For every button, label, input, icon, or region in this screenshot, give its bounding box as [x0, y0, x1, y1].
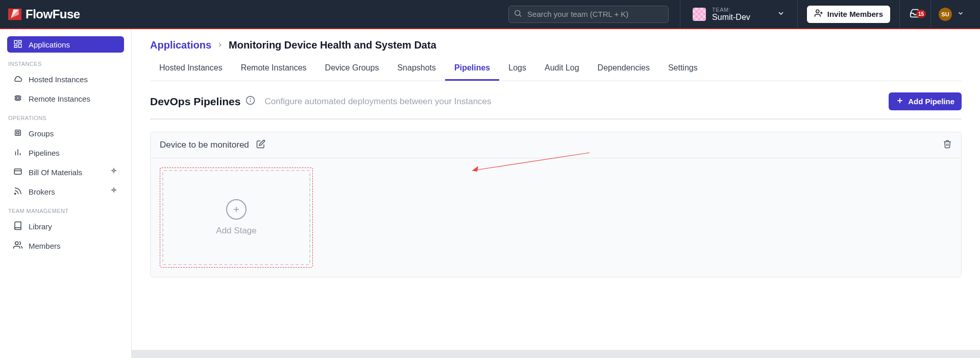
tab-pipelines[interactable]: Pipelines — [445, 56, 499, 81]
sidebar-item-label: Members — [29, 242, 61, 250]
sidebar-section-team: TEAM MANAGEMENT — [7, 203, 124, 218]
svg-point-5 — [816, 10, 819, 13]
pipeline-name: Device to be monitored — [160, 140, 249, 150]
add-stage-label: Add Stage — [216, 226, 256, 236]
tab-settings[interactable]: Settings — [659, 56, 707, 81]
delete-pipeline-button[interactable] — [943, 139, 952, 151]
svg-rect-10 — [19, 44, 21, 47]
svg-rect-23 — [14, 169, 21, 174]
rss-icon — [13, 186, 22, 197]
card-icon — [13, 167, 22, 178]
info-icon[interactable] — [246, 96, 255, 107]
edit-pipeline-button[interactable] — [256, 139, 265, 151]
sidebar-item-bom[interactable]: Bill Of Materials — [7, 164, 124, 180]
sidebar-item-brokers[interactable]: Brokers — [7, 183, 124, 200]
svg-rect-11 — [14, 45, 17, 47]
notifications-button[interactable]: 15 — [900, 0, 930, 29]
tab-remote-instances[interactable]: Remote Instances — [232, 56, 316, 81]
sidebar-section-operations: OPERATIONS — [7, 110, 124, 125]
sidebar-item-library[interactable]: Library — [7, 218, 124, 234]
product-name: FlowFuse — [26, 7, 80, 21]
chip-icon — [13, 93, 22, 104]
add-pipeline-label: Add Pipeline — [908, 97, 954, 106]
team-switcher[interactable]: TEAM: Sumit-Dev — [680, 7, 797, 22]
section-title: DevOps Pipelines — [150, 96, 240, 108]
sidebar-item-label: Bill Of Materials — [29, 168, 82, 177]
team-avatar-icon — [693, 8, 706, 21]
svg-rect-13 — [17, 97, 19, 99]
notification-badge: 15 — [916, 10, 926, 18]
tab-audit-log[interactable]: Audit Log — [535, 56, 589, 81]
svg-rect-18 — [15, 130, 21, 135]
product-logo[interactable]: FlowFuse — [8, 7, 80, 21]
applications-icon — [13, 39, 22, 50]
svg-point-29 — [251, 99, 251, 99]
plus-circle-icon — [226, 199, 247, 220]
user-plus-icon — [814, 9, 823, 19]
section-description: Configure automated deployments between … — [264, 97, 491, 107]
sidebar-item-label: Pipelines — [29, 149, 60, 157]
pipeline-header: Device to be monitored — [151, 132, 961, 158]
users-icon — [13, 241, 22, 251]
team-label: TEAM: — [712, 7, 750, 13]
sidebar-item-label: Hosted Instances — [29, 75, 88, 84]
book-icon — [13, 221, 22, 232]
sidebar-item-label: Library — [29, 222, 52, 231]
search-input[interactable] — [508, 6, 669, 23]
search-field[interactable] — [508, 6, 669, 23]
tab-snapshots[interactable]: Snapshots — [388, 56, 445, 81]
section-header: DevOps Pipelines Configure automated dep… — [150, 81, 962, 120]
svg-point-25 — [15, 193, 16, 194]
pipeline-body: Add Stage — [151, 158, 961, 277]
tab-device-groups[interactable]: Device Groups — [316, 56, 388, 81]
sparkle-icon — [110, 168, 118, 177]
breadcrumb-root[interactable]: Applications — [150, 39, 211, 51]
svg-marker-35 — [472, 166, 478, 172]
sidebar-section-instances: INSTANCES — [7, 56, 124, 71]
svg-line-4 — [520, 15, 521, 16]
svg-point-26 — [15, 242, 18, 245]
breadcrumb-current: Monitoring Device Health and System Data — [229, 39, 436, 51]
user-avatar: SU — [939, 8, 952, 21]
chevron-down-icon — [957, 10, 964, 19]
svg-rect-12 — [16, 96, 20, 100]
add-pipeline-button[interactable]: Add Pipeline — [889, 92, 962, 110]
tab-logs[interactable]: Logs — [499, 56, 535, 81]
invite-label: Invite Members — [827, 10, 883, 18]
pipeline-card: Device to be monitored Add Stag — [150, 132, 962, 277]
sidebar-item-pipelines[interactable]: Pipelines — [7, 145, 124, 161]
team-name: Sumit-Dev — [712, 13, 750, 22]
svg-rect-9 — [19, 40, 21, 42]
cloud-icon — [13, 74, 22, 85]
content: Applications Monitoring Device Health an… — [132, 29, 980, 358]
search-icon — [513, 9, 522, 19]
logo-mark-icon — [8, 7, 21, 21]
sidebar-item-label: Groups — [29, 129, 54, 138]
cpu-icon — [13, 128, 22, 139]
tabs: Hosted Instances Remote Instances Device… — [150, 56, 962, 81]
svg-rect-19 — [17, 131, 19, 134]
sidebar-item-hosted-instances[interactable]: Hosted Instances — [7, 71, 124, 87]
user-menu[interactable]: SU — [931, 0, 972, 29]
chevron-down-icon — [777, 9, 785, 19]
footer-strip — [132, 350, 980, 358]
sidebar: Applications INSTANCES Hosted Instances … — [0, 29, 132, 358]
svg-rect-8 — [14, 40, 17, 44]
add-stage-button[interactable]: Add Stage — [160, 168, 313, 268]
plus-icon — [896, 97, 904, 106]
sidebar-item-label: Applications — [29, 40, 70, 49]
sidebar-item-remote-instances[interactable]: Remote Instances — [7, 90, 124, 107]
sidebar-item-label: Brokers — [29, 187, 55, 196]
bars-icon — [13, 148, 22, 158]
sidebar-item-applications[interactable]: Applications — [7, 36, 124, 53]
invite-members-button[interactable]: Invite Members — [807, 6, 890, 23]
sparkle-icon — [110, 187, 118, 197]
svg-point-3 — [515, 10, 520, 15]
topbar: FlowFuse TEAM: Sumit-Dev Invite Members … — [0, 0, 980, 29]
breadcrumb: Applications Monitoring Device Health an… — [150, 39, 962, 51]
sidebar-item-members[interactable]: Members — [7, 237, 124, 254]
tab-hosted-instances[interactable]: Hosted Instances — [150, 56, 232, 81]
tab-dependencies[interactable]: Dependencies — [589, 56, 659, 81]
sidebar-item-groups[interactable]: Groups — [7, 125, 124, 141]
chevron-right-icon — [216, 39, 224, 51]
